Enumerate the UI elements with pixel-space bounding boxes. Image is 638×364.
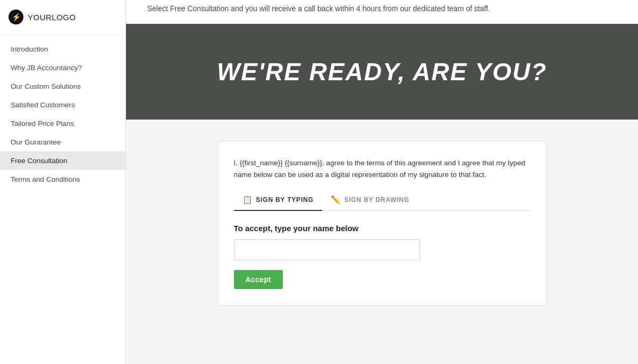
name-input[interactable]: [234, 239, 420, 260]
accept-label: To accept, type your name below: [234, 224, 531, 233]
hero-title: WE'RE READY, ARE YOU?: [217, 57, 547, 86]
main-content: Select Free Consultation and you will re…: [126, 0, 638, 364]
sign-tab-icon-sign-typing: 📋: [242, 195, 253, 205]
logo-light: LOGO: [52, 13, 75, 22]
logo-area: ⚡ YOURLOGO: [0, 0, 125, 35]
signature-card: I, {{first_name}} {{surname}}, agree to …: [217, 141, 547, 306]
sidebar-item-free-consultation[interactable]: Free Consultation: [0, 151, 125, 170]
logo-bolt: ⚡: [12, 13, 21, 21]
hero-banner: WE'RE READY, ARE YOU?: [126, 24, 638, 120]
accept-button[interactable]: Accept: [234, 270, 283, 289]
sidebar-item-terms[interactable]: Terms and Conditions: [0, 170, 125, 189]
sign-tab-sign-drawing[interactable]: ✏️SIGN BY DRAWING: [322, 191, 418, 211]
sign-tabs: 📋SIGN BY TYPING✏️SIGN BY DRAWING: [234, 191, 531, 211]
sidebar-item-satisfied-customers[interactable]: Satisfied Customers: [0, 96, 125, 114]
sidebar-item-introduction[interactable]: Introduction: [0, 40, 125, 58]
top-partial-sentence: Select Free Consultation and you will re…: [147, 4, 490, 13]
signature-section: I, {{first_name}} {{surname}}, agree to …: [126, 120, 638, 327]
sidebar-item-why-jb[interactable]: Why JB Accountancy?: [0, 58, 125, 77]
sign-tab-icon-sign-drawing: ✏️: [331, 195, 341, 205]
nav-menu: IntroductionWhy JB Accountancy?Our Custo…: [0, 35, 125, 364]
sign-tab-label-sign-drawing: SIGN BY DRAWING: [344, 196, 409, 204]
sidebar-item-our-guarantee[interactable]: Our Gurarantee: [0, 133, 125, 151]
logo-bold: YOUR: [28, 13, 52, 22]
agreement-text: I, {{first_name}} {{surname}}, agree to …: [234, 157, 531, 180]
sidebar-item-custom-solutions[interactable]: Our Custom Solutions: [0, 77, 125, 96]
logo-text: YOURLOGO: [28, 13, 76, 22]
logo-icon: ⚡: [9, 10, 23, 24]
sign-tab-label-sign-typing: SIGN BY TYPING: [256, 196, 313, 204]
sidebar-item-tailored-price-plans[interactable]: Tailored Price Plans: [0, 114, 125, 133]
sign-tab-sign-typing[interactable]: 📋SIGN BY TYPING: [234, 191, 322, 211]
top-partial-text: Select Free Consultation and you will re…: [126, 0, 638, 24]
sidebar: ⚡ YOURLOGO IntroductionWhy JB Accountanc…: [0, 0, 126, 364]
